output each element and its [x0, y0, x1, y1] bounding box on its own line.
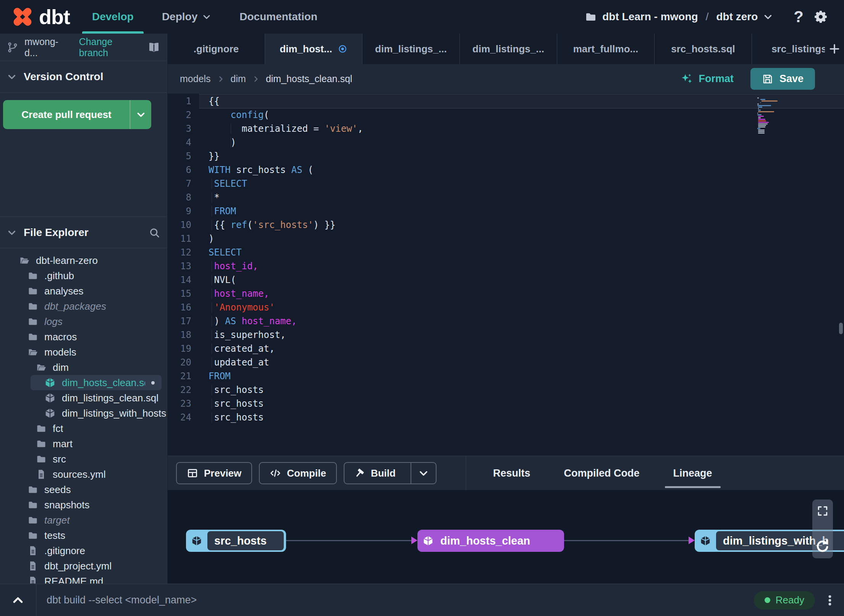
- save-button[interactable]: Save: [750, 68, 815, 90]
- breadcrumb-dim[interactable]: dim: [231, 73, 246, 84]
- code-line[interactable]: *: [199, 191, 844, 204]
- file-tree-item[interactable]: seeds: [0, 482, 167, 497]
- file-tree-item[interactable]: sources.yml: [0, 467, 167, 482]
- file-icon: [36, 469, 47, 480]
- chevron-down-icon: [7, 72, 17, 82]
- settings-gear-icon[interactable]: [813, 10, 828, 24]
- editor-scrollbar-thumb[interactable]: [839, 323, 843, 334]
- create-pr-dropdown[interactable]: [130, 100, 151, 129]
- version-control-header[interactable]: Version Control: [0, 61, 167, 93]
- lineage-canvas[interactable]: src_hostsdim_hosts_cleandim_listings_wit…: [168, 490, 844, 584]
- editor-tab[interactable]: dim_listings_...: [362, 34, 460, 64]
- code-line[interactable]: src_hosts: [199, 411, 844, 424]
- file-tree-item[interactable]: dim_hosts_clean.sql: [31, 375, 162, 390]
- code-line[interactable]: host_name,: [199, 287, 844, 301]
- file-tree-item[interactable]: dim_listings_with_hosts...: [0, 406, 167, 421]
- status-bar: dbt build --select <model_name> Ready: [0, 584, 844, 616]
- build-button[interactable]: Build: [344, 462, 437, 484]
- code-line[interactable]: is_superhost,: [199, 328, 844, 342]
- file-tree-item[interactable]: dbt_packages: [0, 299, 167, 314]
- panel-tab-lineage[interactable]: Lineage: [656, 456, 729, 490]
- file-tree-item[interactable]: dbt_project.yml: [0, 558, 167, 574]
- file-tree-item[interactable]: mart: [0, 436, 167, 451]
- code-line[interactable]: ): [199, 136, 844, 149]
- file-tree-item[interactable]: .gitignore: [0, 543, 167, 558]
- lineage-node[interactable]: dim_hosts_clean: [417, 530, 564, 552]
- preview-button[interactable]: Preview: [176, 462, 252, 484]
- code-line[interactable]: src_hosts: [199, 383, 844, 397]
- breadcrumb-models[interactable]: models: [180, 73, 211, 84]
- new-tab-button[interactable]: [825, 34, 844, 64]
- command-input[interactable]: dbt build --select <model_name>: [47, 594, 197, 606]
- file-tree-item[interactable]: models: [0, 344, 167, 360]
- code-line[interactable]: SELECT: [199, 177, 844, 191]
- editor-tab[interactable]: dim_listings_...: [460, 34, 557, 64]
- build-dropdown[interactable]: [411, 463, 436, 483]
- fullscreen-icon[interactable]: [817, 505, 829, 517]
- search-icon[interactable]: [149, 227, 160, 238]
- code-line[interactable]: ) AS host_name,: [199, 314, 844, 328]
- panel-tab-compiled-code[interactable]: Compiled Code: [547, 456, 656, 490]
- file-tree-item[interactable]: analyses: [0, 283, 167, 299]
- file-tree-item[interactable]: dbt-learn-zero: [0, 253, 167, 268]
- code-line[interactable]: {{: [199, 94, 844, 108]
- code-line[interactable]: }}: [199, 149, 844, 163]
- preview-grid-icon: [187, 467, 198, 479]
- code-area[interactable]: {{ config( materialized = 'view', )}}WIT…: [199, 94, 844, 456]
- current-branch-name[interactable]: mwong-d...: [24, 36, 70, 58]
- code-line[interactable]: host_id,: [199, 259, 844, 273]
- lineage-node[interactable]: src_hosts: [186, 530, 286, 552]
- docs-book-icon[interactable]: [148, 41, 160, 53]
- file-tree-item[interactable]: target: [0, 513, 167, 528]
- file-tree-item[interactable]: macros: [0, 329, 167, 344]
- file-tree-item[interactable]: dim_listings_clean.sql: [0, 390, 167, 406]
- file-tree-item[interactable]: .github: [0, 268, 167, 283]
- code-line[interactable]: created_at,: [199, 342, 844, 356]
- compile-button[interactable]: Compile: [259, 462, 337, 484]
- code-line[interactable]: FROM: [199, 204, 844, 218]
- expand-command-panel-chevron[interactable]: [0, 594, 36, 607]
- folder-icon: [27, 530, 38, 541]
- minimap[interactable]: [757, 97, 785, 134]
- code-line[interactable]: WITH src_hosts AS (: [199, 163, 844, 177]
- editor-tab[interactable]: .gitignore: [168, 34, 265, 64]
- code-line[interactable]: src_hosts: [199, 397, 844, 411]
- file-tree-item[interactable]: logs: [0, 314, 167, 329]
- project-switcher[interactable]: dbt Learn - mwong / dbt zero: [585, 11, 773, 23]
- code-line[interactable]: NVL(: [199, 273, 844, 287]
- file-explorer-header[interactable]: File Explorer: [0, 217, 167, 248]
- editor-tab[interactable]: src_listings.: [752, 34, 825, 64]
- nav-develop[interactable]: Develop: [92, 0, 134, 34]
- code-line[interactable]: {{ ref('src_hosts') }}: [199, 218, 844, 232]
- code-line[interactable]: updated_at: [199, 356, 844, 369]
- format-button[interactable]: Format: [680, 73, 734, 86]
- line-number: 4: [168, 136, 199, 149]
- dbt-logo[interactable]: dbt: [11, 5, 70, 29]
- folder-icon: [27, 286, 38, 296]
- code-line[interactable]: ): [199, 232, 844, 246]
- help-icon[interactable]: ?: [794, 8, 804, 26]
- file-tree-item[interactable]: dim: [0, 360, 167, 375]
- code-line[interactable]: materialized = 'view',: [199, 122, 844, 136]
- code-line[interactable]: config(: [199, 108, 844, 122]
- panel-tab-results[interactable]: Results: [476, 456, 547, 490]
- editor-tab[interactable]: mart_fullmo...: [557, 34, 655, 64]
- file-tree-item[interactable]: README.md: [0, 574, 167, 584]
- breadcrumb-file[interactable]: dim_hosts_clean.sql: [266, 73, 352, 84]
- file-tree-item[interactable]: tests: [0, 528, 167, 543]
- nav-deploy[interactable]: Deploy: [162, 0, 211, 34]
- code-editor[interactable]: 123456789101112131415161718192021222324 …: [168, 94, 844, 456]
- editor-tab[interactable]: dim_host...: [265, 34, 362, 64]
- change-branch-link[interactable]: Change branch: [79, 36, 142, 58]
- file-tree-item[interactable]: src: [0, 451, 167, 467]
- refresh-icon[interactable]: [814, 538, 831, 555]
- file-tree-item[interactable]: fct: [0, 421, 167, 436]
- editor-tab[interactable]: src_hosts.sql: [655, 34, 752, 64]
- create-pull-request-button[interactable]: Create pull request: [3, 100, 151, 129]
- nav-documentation[interactable]: Documentation: [239, 0, 317, 34]
- kebab-menu-icon[interactable]: [823, 594, 836, 607]
- code-line[interactable]: SELECT: [199, 246, 844, 259]
- code-line[interactable]: FROM: [199, 369, 844, 383]
- file-tree-item[interactable]: snapshots: [0, 497, 167, 513]
- code-line[interactable]: 'Anonymous': [199, 301, 844, 314]
